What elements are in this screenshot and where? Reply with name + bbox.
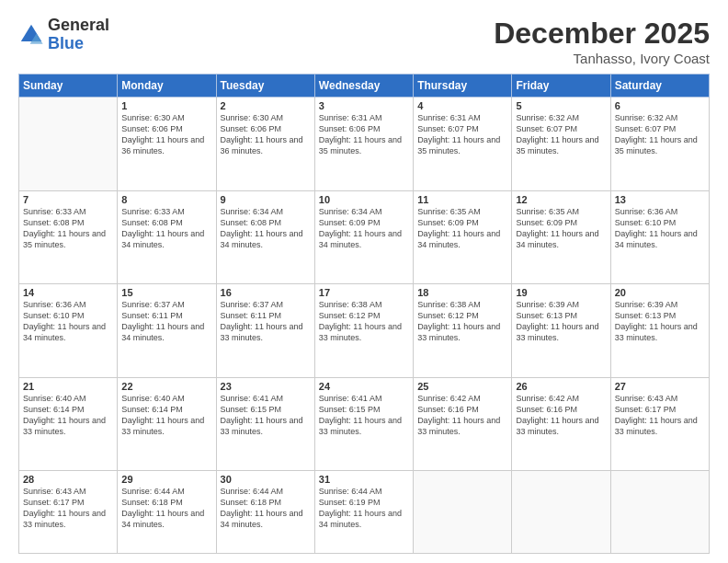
logo-blue: Blue bbox=[48, 35, 109, 53]
day-number: 2 bbox=[221, 100, 311, 111]
calendar-cell: 14Sunrise: 6:36 AM Sunset: 6:10 PM Dayli… bbox=[19, 284, 118, 378]
day-info: Sunrise: 6:36 AM Sunset: 6:10 PM Dayligh… bbox=[615, 206, 705, 251]
day-number: 31 bbox=[319, 474, 409, 485]
day-number: 29 bbox=[121, 474, 211, 485]
day-number: 12 bbox=[516, 194, 606, 205]
day-info: Sunrise: 6:33 AM Sunset: 6:08 PM Dayligh… bbox=[23, 206, 113, 251]
day-info: Sunrise: 6:34 AM Sunset: 6:09 PM Dayligh… bbox=[319, 206, 409, 251]
calendar-cell: 30Sunrise: 6:44 AM Sunset: 6:18 PM Dayli… bbox=[216, 471, 314, 554]
logo-general: General bbox=[48, 17, 109, 35]
day-number: 13 bbox=[615, 194, 705, 205]
calendar-cell: 21Sunrise: 6:40 AM Sunset: 6:14 PM Dayli… bbox=[19, 377, 118, 471]
day-info: Sunrise: 6:34 AM Sunset: 6:08 PM Dayligh… bbox=[221, 206, 311, 251]
day-info: Sunrise: 6:42 AM Sunset: 6:16 PM Dayligh… bbox=[516, 393, 606, 438]
calendar-cell: 28Sunrise: 6:43 AM Sunset: 6:17 PM Dayli… bbox=[19, 471, 118, 554]
day-info: Sunrise: 6:42 AM Sunset: 6:16 PM Dayligh… bbox=[417, 393, 507, 438]
day-info: Sunrise: 6:30 AM Sunset: 6:06 PM Dayligh… bbox=[221, 112, 311, 157]
calendar-cell: 22Sunrise: 6:40 AM Sunset: 6:14 PM Dayli… bbox=[118, 377, 216, 471]
col-saturday: Saturday bbox=[610, 75, 709, 98]
day-info: Sunrise: 6:35 AM Sunset: 6:09 PM Dayligh… bbox=[516, 206, 606, 251]
day-number: 8 bbox=[121, 194, 211, 205]
day-number: 5 bbox=[516, 100, 606, 111]
logo-icon bbox=[18, 22, 44, 48]
calendar-cell: 29Sunrise: 6:44 AM Sunset: 6:18 PM Dayli… bbox=[118, 471, 216, 554]
calendar-cell: 15Sunrise: 6:37 AM Sunset: 6:11 PM Dayli… bbox=[118, 284, 216, 378]
calendar-cell: 5Sunrise: 6:32 AM Sunset: 6:07 PM Daylig… bbox=[512, 98, 610, 191]
day-number: 10 bbox=[319, 194, 409, 205]
day-info: Sunrise: 6:38 AM Sunset: 6:12 PM Dayligh… bbox=[319, 299, 409, 344]
col-tuesday: Tuesday bbox=[216, 75, 314, 98]
week-row-2: 7Sunrise: 6:33 AM Sunset: 6:08 PM Daylig… bbox=[19, 190, 710, 284]
day-number: 9 bbox=[221, 194, 311, 205]
day-number: 18 bbox=[417, 287, 507, 298]
col-sunday: Sunday bbox=[19, 75, 118, 98]
calendar-table: Sunday Monday Tuesday Wednesday Thursday… bbox=[18, 74, 710, 554]
location: Tanhasso, Ivory Coast bbox=[494, 51, 710, 66]
header: General Blue December 2025 Tanhasso, Ivo… bbox=[18, 17, 710, 66]
day-number: 14 bbox=[23, 287, 113, 298]
day-info: Sunrise: 6:33 AM Sunset: 6:08 PM Dayligh… bbox=[121, 206, 211, 251]
calendar-cell: 4Sunrise: 6:31 AM Sunset: 6:07 PM Daylig… bbox=[414, 98, 512, 191]
day-info: Sunrise: 6:37 AM Sunset: 6:11 PM Dayligh… bbox=[221, 299, 311, 344]
page: General Blue December 2025 Tanhasso, Ivo… bbox=[0, 0, 728, 563]
col-wednesday: Wednesday bbox=[314, 75, 413, 98]
day-info: Sunrise: 6:39 AM Sunset: 6:13 PM Dayligh… bbox=[516, 299, 606, 344]
day-info: Sunrise: 6:44 AM Sunset: 6:19 PM Dayligh… bbox=[319, 486, 409, 531]
day-number: 22 bbox=[121, 381, 211, 392]
day-number: 7 bbox=[23, 194, 113, 205]
calendar-cell: 17Sunrise: 6:38 AM Sunset: 6:12 PM Dayli… bbox=[314, 284, 413, 378]
day-number: 26 bbox=[516, 381, 606, 392]
day-number: 15 bbox=[121, 287, 211, 298]
col-monday: Monday bbox=[118, 75, 216, 98]
day-number: 20 bbox=[615, 287, 705, 298]
calendar-cell bbox=[512, 471, 610, 554]
calendar-cell: 24Sunrise: 6:41 AM Sunset: 6:15 PM Dayli… bbox=[314, 377, 413, 471]
day-info: Sunrise: 6:41 AM Sunset: 6:15 PM Dayligh… bbox=[319, 393, 409, 438]
day-info: Sunrise: 6:40 AM Sunset: 6:14 PM Dayligh… bbox=[23, 393, 113, 438]
calendar-cell bbox=[19, 98, 118, 191]
day-info: Sunrise: 6:38 AM Sunset: 6:12 PM Dayligh… bbox=[417, 299, 507, 344]
day-number: 11 bbox=[417, 194, 507, 205]
day-number: 24 bbox=[319, 381, 409, 392]
day-info: Sunrise: 6:43 AM Sunset: 6:17 PM Dayligh… bbox=[615, 393, 705, 438]
month-title: December 2025 bbox=[494, 17, 710, 51]
calendar-cell: 9Sunrise: 6:34 AM Sunset: 6:08 PM Daylig… bbox=[216, 190, 314, 284]
calendar-cell: 1Sunrise: 6:30 AM Sunset: 6:06 PM Daylig… bbox=[118, 98, 216, 191]
col-thursday: Thursday bbox=[414, 75, 512, 98]
calendar-cell: 2Sunrise: 6:30 AM Sunset: 6:06 PM Daylig… bbox=[216, 98, 314, 191]
day-info: Sunrise: 6:36 AM Sunset: 6:10 PM Dayligh… bbox=[23, 299, 113, 344]
day-number: 30 bbox=[221, 474, 311, 485]
day-info: Sunrise: 6:32 AM Sunset: 6:07 PM Dayligh… bbox=[516, 112, 606, 157]
day-info: Sunrise: 6:41 AM Sunset: 6:15 PM Dayligh… bbox=[221, 393, 311, 438]
day-info: Sunrise: 6:39 AM Sunset: 6:13 PM Dayligh… bbox=[615, 299, 705, 344]
calendar-cell: 12Sunrise: 6:35 AM Sunset: 6:09 PM Dayli… bbox=[512, 190, 610, 284]
calendar-cell: 31Sunrise: 6:44 AM Sunset: 6:19 PM Dayli… bbox=[314, 471, 413, 554]
calendar-cell: 18Sunrise: 6:38 AM Sunset: 6:12 PM Dayli… bbox=[414, 284, 512, 378]
logo: General Blue bbox=[18, 17, 109, 53]
calendar-cell: 7Sunrise: 6:33 AM Sunset: 6:08 PM Daylig… bbox=[19, 190, 118, 284]
calendar-cell: 20Sunrise: 6:39 AM Sunset: 6:13 PM Dayli… bbox=[610, 284, 709, 378]
day-number: 17 bbox=[319, 287, 409, 298]
day-info: Sunrise: 6:32 AM Sunset: 6:07 PM Dayligh… bbox=[615, 112, 705, 157]
day-info: Sunrise: 6:31 AM Sunset: 6:06 PM Dayligh… bbox=[319, 112, 409, 157]
day-number: 6 bbox=[615, 100, 705, 111]
week-row-3: 14Sunrise: 6:36 AM Sunset: 6:10 PM Dayli… bbox=[19, 284, 710, 378]
day-number: 27 bbox=[615, 381, 705, 392]
day-info: Sunrise: 6:37 AM Sunset: 6:11 PM Dayligh… bbox=[121, 299, 211, 344]
day-number: 28 bbox=[23, 474, 113, 485]
calendar-cell: 11Sunrise: 6:35 AM Sunset: 6:09 PM Dayli… bbox=[414, 190, 512, 284]
calendar-cell bbox=[414, 471, 512, 554]
week-row-4: 21Sunrise: 6:40 AM Sunset: 6:14 PM Dayli… bbox=[19, 377, 710, 471]
calendar-cell: 10Sunrise: 6:34 AM Sunset: 6:09 PM Dayli… bbox=[314, 190, 413, 284]
calendar-cell: 27Sunrise: 6:43 AM Sunset: 6:17 PM Dayli… bbox=[610, 377, 709, 471]
calendar-cell: 16Sunrise: 6:37 AM Sunset: 6:11 PM Dayli… bbox=[216, 284, 314, 378]
day-number: 16 bbox=[221, 287, 311, 298]
week-row-5: 28Sunrise: 6:43 AM Sunset: 6:17 PM Dayli… bbox=[19, 471, 710, 554]
col-friday: Friday bbox=[512, 75, 610, 98]
day-info: Sunrise: 6:40 AM Sunset: 6:14 PM Dayligh… bbox=[121, 393, 211, 438]
calendar-cell: 25Sunrise: 6:42 AM Sunset: 6:16 PM Dayli… bbox=[414, 377, 512, 471]
day-info: Sunrise: 6:31 AM Sunset: 6:07 PM Dayligh… bbox=[417, 112, 507, 157]
calendar-cell: 19Sunrise: 6:39 AM Sunset: 6:13 PM Dayli… bbox=[512, 284, 610, 378]
day-number: 19 bbox=[516, 287, 606, 298]
calendar-cell: 26Sunrise: 6:42 AM Sunset: 6:16 PM Dayli… bbox=[512, 377, 610, 471]
